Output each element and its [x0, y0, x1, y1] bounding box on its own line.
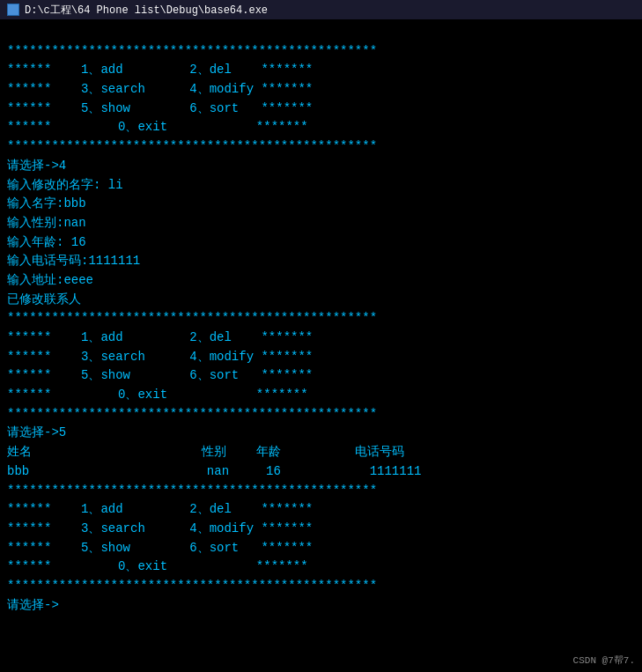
- terminal-line: 已修改联系人: [7, 291, 635, 310]
- terminal-line: 输入名字:bbb: [7, 195, 635, 214]
- terminal-line: ****** 3、search 4、modify *******: [7, 348, 635, 367]
- terminal-line: 姓名 性别 年龄 电话号码: [7, 443, 635, 462]
- terminal-line: ****************************************…: [7, 405, 635, 425]
- window-title: D:\c工程\64 Phone list\Debug\base64.exe: [25, 3, 268, 18]
- terminal-line: ****************************************…: [7, 309, 635, 329]
- terminal-line: ****** 1、add 2、del *******: [7, 329, 635, 348]
- terminal-line: 输入年龄: 16: [7, 233, 635, 253]
- terminal-line: ****** 1、add 2、del *******: [7, 500, 635, 520]
- terminal-line: ****************************************…: [7, 137, 635, 157]
- title-bar: D:\c工程\64 Phone list\Debug\base64.exe: [0, 0, 642, 19]
- terminal-line: 请选择->5: [7, 424, 635, 443]
- terminal-line: ****************************************…: [7, 42, 635, 62]
- terminal-line: ****************************************…: [7, 577, 635, 596]
- terminal-line: ****** 3、search 4、modify *******: [7, 520, 635, 539]
- terminal-line: 输入性别:nan: [7, 214, 635, 233]
- terminal-line: ****** 0、exit *******: [7, 558, 635, 577]
- watermark: CSDN @7帮7.: [573, 654, 635, 667]
- terminal-line: 输入地址:eeee: [7, 271, 635, 291]
- terminal-line: ****** 0、exit *******: [7, 386, 635, 405]
- terminal-line: 输入修改的名字: li: [7, 176, 635, 196]
- terminal-line: bbb nan 16 1111111: [7, 462, 635, 482]
- terminal-line: ****** 0、exit *******: [7, 118, 635, 137]
- terminal-line: 请选择->4: [7, 157, 635, 176]
- title-icon: [7, 4, 19, 16]
- terminal[interactable]: ****************************************…: [0, 19, 642, 672]
- terminal-line: ****** 5、show 6、sort *******: [7, 539, 635, 558]
- terminal-line: 请选择->: [7, 596, 635, 616]
- terminal-line: ****************************************…: [7, 482, 635, 501]
- terminal-line: ****** 1、add 2、del *******: [7, 61, 635, 80]
- terminal-line: ****** 5、show 6、sort *******: [7, 100, 635, 119]
- terminal-line: ****** 5、show 6、sort *******: [7, 366, 635, 386]
- terminal-line: ****** 3、search 4、modify *******: [7, 80, 635, 100]
- terminal-line: 输入电话号码:1111111: [7, 252, 635, 271]
